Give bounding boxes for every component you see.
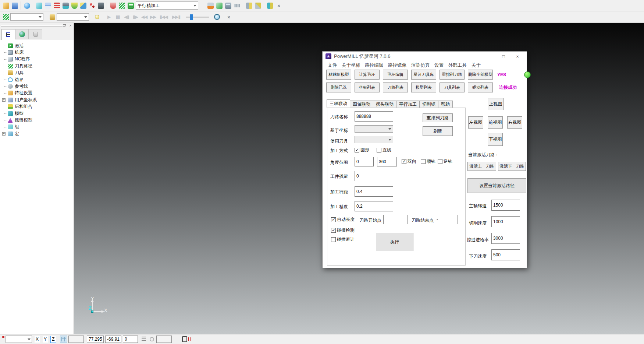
coord-list-button[interactable]: 坐标列表 [355,83,380,92]
tab-help[interactable]: 帮助 [438,101,453,108]
sim-tool-combo[interactable] [57,13,89,21]
grid-snap-button[interactable] [60,336,67,343]
collision-check-button[interactable] [70,1,79,10]
tab-3axis[interactable]: 三轴联动 [327,99,350,108]
step-forward-button[interactable]: ▮▶ [131,13,140,21]
stepover-input[interactable] [355,186,393,197]
use-tool-select[interactable] [355,136,393,143]
tree-item-groups[interactable]: 组 [0,124,74,130]
drive-list-button[interactable]: 驱动列表 [468,83,493,92]
sim-tool-button[interactable] [48,13,57,21]
coord-y-input[interactable] [105,336,121,343]
tree-item-machine[interactable]: 机床 [0,49,74,56]
toolbar-close-button[interactable]: × [274,1,283,10]
start-point-input[interactable] [383,215,408,224]
conventional-mill-checkbox[interactable]: 逆铣 [438,158,452,165]
based-coord-select[interactable] [355,125,393,133]
go-end-button[interactable]: ▶▶▮ [170,13,182,21]
menu-path-mirror[interactable]: 路径镜像 [388,62,406,69]
angle-from-input[interactable] [355,157,374,166]
coord-z-input[interactable] [123,336,138,343]
toolpath-list-button[interactable]: 刀路列表 [383,83,408,92]
shaded-view-button[interactable] [22,1,31,10]
paste-new-model-button[interactable]: 粘贴新模型 [326,70,351,80]
snap-value-input[interactable] [156,336,172,343]
close-button[interactable]: × [510,52,524,61]
collision-check-checkbox[interactable]: 碰撞检测 [331,227,355,234]
set-active-path-button[interactable]: 设置当前激活路径 [467,178,526,193]
tree-item-tools[interactable]: 刀具 [0,70,74,76]
curve-editor-button[interactable] [79,1,88,10]
tree-item-levels[interactable]: 层和组合 [0,103,74,110]
rewind-button[interactable]: ◀◀ [140,13,149,21]
bidirectional-checkbox[interactable]: 双向 [402,158,416,165]
expand-icon[interactable] [2,98,6,102]
tolerance-input[interactable] [355,201,393,211]
model-list-button[interactable]: 模型列表 [411,83,436,92]
coord-x-input[interactable] [87,336,104,343]
auto-length-checkbox[interactable]: 自动长度 [331,217,355,223]
tool-library-button[interactable]: 星河刀具库 [411,70,436,80]
ball-tool-button[interactable] [61,1,70,10]
toolpath-list-button[interactable] [126,1,135,10]
play-button[interactable]: ▶ [104,13,113,21]
menu-external-tools[interactable]: 外部工具 [448,62,467,69]
tree-item-patterns[interactable]: 参考线 [0,83,74,89]
front-view-button[interactable]: 前视图 [488,116,503,129]
pause-button[interactable]: ▮▮ [113,13,122,21]
collision-avoid-checkbox[interactable]: 碰撞避让 [331,236,355,243]
tab-web[interactable] [15,29,29,39]
light-toggle-button[interactable] [93,13,102,21]
tool-list-button[interactable]: 刀具列表 [440,83,465,92]
points-button[interactable] [88,1,96,10]
mode-line-checkbox[interactable]: 直线 [377,147,391,153]
refresh-button[interactable]: 刷新 [423,126,453,136]
tab-explorer-tree[interactable] [1,29,15,40]
tab-swivel-head[interactable]: 摆头联动 [373,101,396,108]
simulation-clock-button[interactable] [213,13,221,21]
sim-toolbar-close-button[interactable]: × [224,13,233,21]
right-view-button[interactable]: 右视图 [507,116,522,129]
tree-item-models[interactable]: 模型 [0,110,74,117]
toolpath-line-button[interactable] [43,1,52,10]
active-toolpath-combo[interactable]: 平行精加工 [136,1,198,10]
toolpath-strategy-button[interactable] [117,1,126,10]
block-button[interactable] [35,1,43,10]
tab-saw[interactable]: 切割锯 [419,101,438,108]
activate-next-button[interactable]: 激活下一刀路 [498,162,526,171]
tree-item-toolpaths[interactable]: 刀具路径 [0,63,74,69]
contact-point-button[interactable] [108,1,117,10]
panel-grip[interactable] [0,24,63,28]
tree-item-feature-sets[interactable]: 特征设置 [0,90,74,96]
grid-size-input[interactable] [68,336,84,343]
save-button[interactable] [10,1,19,10]
angle-to-input[interactable] [377,157,397,166]
panel-restore-button[interactable] [62,23,67,28]
tree-item-workplanes[interactable]: 用户坐标系 [0,96,74,103]
open-file-button[interactable] [1,1,10,10]
clamp-button[interactable] [245,1,253,10]
end-point-input[interactable] [435,215,458,224]
fast-forward-button[interactable]: ▶▶ [149,13,157,21]
delete-selected-button[interactable]: 删除已选 [326,83,351,92]
menu-coords[interactable]: 关于坐标 [342,62,360,69]
axis-z-button[interactable]: Z [50,336,56,343]
simulation-speed-slider[interactable] [186,17,209,18]
stock-left-input[interactable] [355,171,393,181]
axis-x-button[interactable]: X [34,336,40,343]
cutting-feed-input[interactable] [491,216,520,227]
tree-item-activate[interactable]: 激活 [0,42,74,49]
z-levels-button[interactable] [52,1,61,10]
tool-verify-button[interactable] [215,1,224,10]
execute-button[interactable]: 执行 [376,233,413,251]
rearrange-button[interactable]: 重排列刀路 [423,113,453,122]
slider-handle[interactable] [190,14,193,20]
tab-4axis[interactable]: 四轴联动 [350,101,373,108]
menu-about[interactable]: 关于 [472,62,481,69]
step-back-button[interactable]: ◀▮ [122,13,131,21]
menu-file[interactable]: 文件 [328,62,337,69]
delete-all-models-button[interactable]: 删除全部模型 [468,70,493,80]
panel-close-button[interactable]: × [68,23,73,28]
status-combo[interactable] [6,336,32,343]
spindle-speed-input[interactable] [491,200,520,211]
